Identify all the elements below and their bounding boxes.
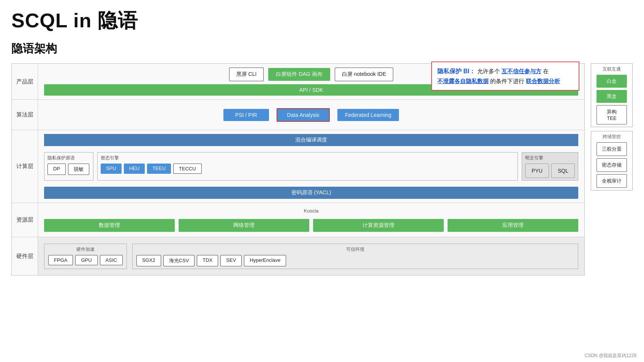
sidebar-mistorage-btn[interactable]: 密态存储 <box>597 158 627 172</box>
sidebar-whitebox-btn[interactable]: 白盒 <box>597 75 627 88</box>
annotation-highlight1: 互不信任参与方 <box>502 68 541 74</box>
sql-btn[interactable]: SQL <box>551 164 575 178</box>
hw-trusted-btns: SGX2 海光CSV TDX SEV HyperEnclave <box>136 255 574 266</box>
product-notebook-btn[interactable]: 白屏 notebook IDE <box>335 68 394 81</box>
dp-btn[interactable]: DP <box>47 164 66 175</box>
sidebar-section-crossdomain: 跨域管控 三权分置 密态存储 全栈审计 <box>591 131 633 190</box>
tdx-btn[interactable]: TDX <box>197 255 218 266</box>
resource-data-btn[interactable]: 数据管理 <box>44 219 175 232</box>
resource-header: Kuscia <box>44 208 578 214</box>
sidebar-crossdomain-title: 跨域管控 <box>593 134 630 140</box>
pyu-sql-row: PYU SQL <box>525 164 575 178</box>
pyu-btn[interactable]: PYU <box>525 164 549 178</box>
resource-content: Kuscia 数据管理 网络管理 计算资源管理 应用管理 <box>38 203 584 237</box>
privacy-btns: DP 脱敏 <box>47 164 90 175</box>
heu-btn[interactable]: HEU <box>124 164 145 174</box>
hardware-layer-row: 硬件层 硬件加速 FPGA GPU ASIC 可信环境 <box>12 237 584 275</box>
annotation-highlight3: 联合数据分析 <box>526 78 560 84</box>
privacy-section: 隐私保护原语 DP 脱敏 <box>44 152 93 181</box>
algo-federated-btn[interactable]: Federated Learning <box>337 109 399 121</box>
gpu-btn[interactable]: GPU <box>75 255 97 265</box>
sidebar-audit-btn[interactable]: 全栈审计 <box>597 174 627 188</box>
algo-psi-btn[interactable]: PSI / PIR <box>223 109 269 121</box>
sidebar-section-interconnect: 互联互通 白盒 黑盒 异构 TEE <box>591 63 633 127</box>
privacy-section-title: 隐私保护原语 <box>47 155 90 161</box>
compute-content: 混合编译调度 隐私保护原语 DP 脱敏 密态引擎 SPU <box>38 130 584 203</box>
hw-accel-section: 硬件加速 FPGA GPU ASIC <box>44 244 127 269</box>
sgx2-btn[interactable]: SGX2 <box>136 255 161 266</box>
annotation-part3: 的条件下进行 <box>490 78 524 84</box>
spu-btn[interactable]: SPU <box>101 164 122 174</box>
sidebar-tee-btn[interactable]: 异构 TEE <box>597 105 627 124</box>
resource-compute-btn[interactable]: 计算资源管理 <box>313 219 444 232</box>
section-title: 隐语架构 <box>11 41 633 57</box>
hardware-label: 硬件层 <box>12 237 38 275</box>
sev-btn[interactable]: SEV <box>220 255 242 266</box>
resource-layer-row: 资源层 Kuscia 数据管理 网络管理 计算资源管理 应用管理 <box>12 203 584 237</box>
plaintext-section-title: 明文引擎 <box>525 155 575 161</box>
crypto-btns: SPU HEU TEEU TECCU <box>101 164 514 174</box>
compute-layer-row: 计算层 混合编译调度 隐私保护原语 DP 脱敏 密态引擎 <box>12 130 584 203</box>
arch-diagram: 产品层 黑屏 CLI 白屏组件 DAG 画布 白屏 notebook IDE A… <box>11 63 585 275</box>
product-dag-btn[interactable]: 白屏组件 DAG 画布 <box>268 68 330 81</box>
teccu-btn[interactable]: TECCU <box>173 164 202 174</box>
crypto-section: 密态引擎 SPU HEU TEEU TECCU <box>97 152 518 181</box>
haiguang-btn[interactable]: 海光CSV <box>163 255 195 266</box>
tuomin-btn[interactable]: 脱敏 <box>68 164 89 175</box>
annotation-part2: 在 <box>543 68 549 74</box>
annotation-highlight2: 不泄露各自隐私数据 <box>437 78 489 84</box>
hw-inner: 硬件加速 FPGA GPU ASIC 可信环境 SGX2 海光CSV <box>44 244 578 269</box>
product-cli-btn[interactable]: 黑屏 CLI <box>229 68 264 81</box>
hw-accel-title: 硬件加速 <box>48 246 123 253</box>
sidebar-interconnect-title: 互联互通 <box>593 66 630 72</box>
hyperenclave-btn[interactable]: HyperEnclave <box>244 255 286 266</box>
annotation-part1: 允许多个 <box>477 68 500 74</box>
hardware-content: 硬件加速 FPGA GPU ASIC 可信环境 SGX2 海光CSV <box>38 237 584 275</box>
sidebar-sanquan-btn[interactable]: 三权分置 <box>597 142 627 156</box>
algorithm-content: PSI / PIR Data Analysis Federated Learni… <box>38 100 584 130</box>
algorithm-label: 算法层 <box>12 100 38 130</box>
compute-label: 计算层 <box>12 130 38 203</box>
main-title: SCQL in 隐语 <box>11 8 633 34</box>
plaintext-section: 明文引擎 PYU SQL <box>522 152 578 181</box>
hw-accel-btns: FPGA GPU ASIC <box>48 255 123 265</box>
algorithm-layer-row: 算法层 PSI / PIR Data Analysis Federated Le… <box>12 100 584 130</box>
algo-data-analysis-btn[interactable]: Data Analysis <box>277 108 330 122</box>
sidebar-interconnect-btns: 白盒 黑盒 异构 TEE <box>593 75 630 124</box>
resource-network-btn[interactable]: 网络管理 <box>179 219 309 232</box>
product-label: 产品层 <box>12 64 38 99</box>
asic-btn[interactable]: ASIC <box>100 255 123 265</box>
resource-btns: 数据管理 网络管理 计算资源管理 应用管理 <box>44 219 578 232</box>
resource-app-btn[interactable]: 应用管理 <box>448 219 578 232</box>
annotation-title: 隐私保护 BI： <box>437 68 475 74</box>
sidebar-blackbox-btn[interactable]: 黑盒 <box>597 90 627 103</box>
footer: CSDN @我就是菜鸡1229 <box>585 353 636 359</box>
fpga-btn[interactable]: FPGA <box>48 255 73 265</box>
resource-label: 资源层 <box>12 203 38 237</box>
crypto-section-title: 密态引擎 <box>101 155 514 161</box>
teeu-btn[interactable]: TEEU <box>147 164 171 174</box>
annotation-box: 隐私保护 BI： 允许多个 互不信任参与方 在 不泄露各自隐私数据 的条件下进行… <box>431 61 579 91</box>
right-sidebar: 互联互通 白盒 黑盒 异构 TEE 跨域管控 三权分置 密态存储 全栈审计 <box>591 63 633 275</box>
hw-trusted-title: 可信环境 <box>136 246 574 253</box>
sidebar-crossdomain-btns: 三权分置 密态存储 全栈审计 <box>593 142 630 188</box>
yacl-bar: 密码原语 (YACL) <box>44 187 578 199</box>
hw-trusted-section: 可信环境 SGX2 海光CSV TDX SEV HyperEnclave <box>132 244 578 269</box>
compute-header: 混合编译调度 <box>44 134 578 146</box>
